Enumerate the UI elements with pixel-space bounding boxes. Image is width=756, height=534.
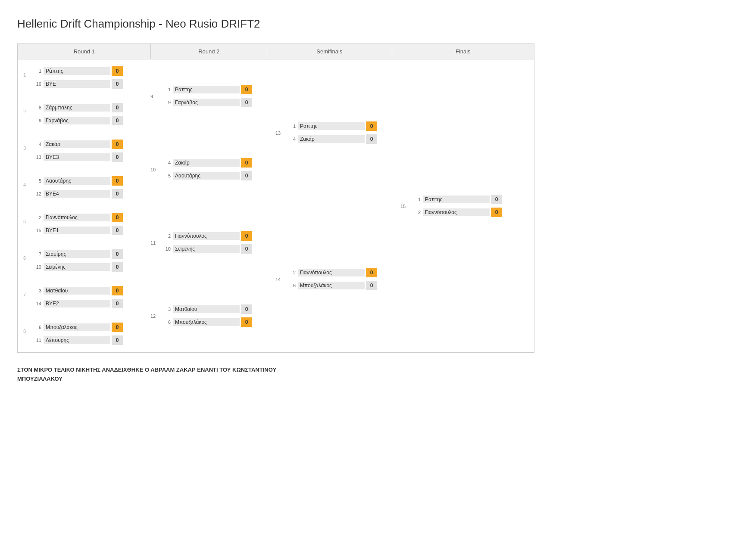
score-box: 0 <box>491 208 502 217</box>
team-row: 1 Ράπτης 0 <box>287 121 377 131</box>
team-name: Ράπτης <box>298 122 365 130</box>
row-label: 8 <box>23 329 26 334</box>
team-name: BYE4 <box>44 190 110 198</box>
score-box: 0 <box>241 158 252 168</box>
seed-label: 1 <box>162 87 171 92</box>
score-box: 0 <box>366 268 377 277</box>
team-row: 12 BYE4 0 <box>33 189 123 199</box>
row-label: 3 <box>23 146 26 151</box>
team-row: 10 Σεϊμένης 0 <box>162 244 252 254</box>
team-name: Μπουζαλάκος <box>44 323 110 331</box>
team-row: 11 Λέπουρης 0 <box>33 335 123 345</box>
round2-header: Round 2 <box>151 44 267 59</box>
team-row: 15 BYE1 0 <box>33 225 123 236</box>
match-label: 9 <box>150 94 153 99</box>
seed-label: 10 <box>162 246 171 251</box>
seed-label: 3 <box>162 307 171 312</box>
seed-label: 16 <box>33 81 41 87</box>
seed-label: 6 <box>162 320 171 325</box>
team-name: BYE2 <box>44 300 110 307</box>
seed-label: 2 <box>287 270 296 275</box>
score-box: 0 <box>241 304 252 314</box>
score-box: 0 <box>112 176 123 186</box>
row-label: 7 <box>23 292 26 297</box>
score-box: 0 <box>112 249 123 259</box>
team-name: Σταμίρης <box>44 250 110 258</box>
team-name: Λέπουρης <box>44 336 110 344</box>
seed-label: 15 <box>33 228 41 233</box>
match-label: 15 <box>400 204 406 209</box>
score-box: 0 <box>112 66 123 76</box>
score-box: 0 <box>112 286 123 295</box>
row-label: 2 <box>23 109 26 114</box>
seed-label: 4 <box>162 160 171 165</box>
seed-label: 13 <box>33 155 41 160</box>
team-row: 13 BYE3 0 <box>33 152 123 162</box>
score-box: 0 <box>241 244 252 254</box>
score-box: 0 <box>241 171 252 180</box>
row-label: 1 <box>23 72 26 78</box>
team-name: Ράπτης <box>423 196 490 203</box>
seed-label: 4 <box>287 137 296 142</box>
team-name: BYE3 <box>44 153 110 161</box>
match-label: 13 <box>275 130 281 136</box>
score-box: 0 <box>491 195 502 204</box>
team-row: 5 Λαουτάρης 0 <box>33 176 123 186</box>
team-name: Ζακάρ <box>173 159 240 167</box>
team-row: 7 Σταμίρης 0 <box>33 249 123 259</box>
team-name: Μπουζαλάκος <box>173 318 240 326</box>
seed-label: 5 <box>162 173 171 178</box>
team-name: BYE1 <box>44 227 110 234</box>
seed-label: 6 <box>33 325 41 330</box>
score-box: 0 <box>112 262 123 272</box>
team-row: 1 Ράπτης 0 <box>412 194 502 205</box>
score-box: 0 <box>112 323 123 332</box>
score-box: 0 <box>112 140 123 149</box>
score-box: 0 <box>112 189 123 199</box>
score-box: 0 <box>112 103 123 112</box>
team-name: Γιαννόπουλος <box>44 214 110 221</box>
row-label: 5 <box>23 219 26 224</box>
team-row: 3 Ματθαίου 0 <box>162 304 252 314</box>
team-row: 2 Γιαννόπουλος 0 <box>412 207 502 217</box>
row-label: 4 <box>23 182 26 187</box>
seed-label: 1 <box>33 68 41 74</box>
seed-label: 6 <box>287 283 296 288</box>
seed-label: 9 <box>33 118 41 123</box>
team-name: Ζακάρ <box>44 140 110 148</box>
score-box: 0 <box>112 79 123 89</box>
team-row: 9 Γαρνάβος 0 <box>33 115 123 126</box>
team-row: 10 Σεϊμένης 0 <box>33 262 123 272</box>
team-row: 9 Γαρνάβος 0 <box>162 97 252 108</box>
team-name: Ζάρμπαλης <box>44 104 110 112</box>
match-label: 11 <box>150 240 156 245</box>
team-row: 5 Λαουτάρης 0 <box>162 171 252 181</box>
team-row: 1 Ράπτης 0 <box>162 84 252 95</box>
seed-label: 8 <box>33 105 41 110</box>
seed-label: 1 <box>412 197 421 202</box>
match-label: 14 <box>275 277 281 282</box>
seed-label: 3 <box>33 288 41 293</box>
team-name: Μπουζαλάκος <box>298 282 365 289</box>
seed-label: 2 <box>33 215 41 220</box>
team-row: 16 BYE 0 <box>33 79 123 89</box>
score-box: 0 <box>241 85 252 94</box>
seed-label: 11 <box>33 338 41 343</box>
team-row: 4 Ζακάρ 0 <box>287 134 377 144</box>
match-label: 12 <box>150 314 156 319</box>
team-name: Γαρνάβος <box>44 117 110 124</box>
page-title: Hellenic Drift Championship - Neo Rusio … <box>17 17 739 31</box>
bracket-container: Round 1 Round 2 Semifinals Finals 1 Ράπτ… <box>17 43 534 353</box>
seed-label: 5 <box>33 178 41 183</box>
score-box: 0 <box>241 231 252 241</box>
team-row: 4 Ζακάρ 0 <box>33 139 123 149</box>
team-name: Ράπτης <box>173 86 240 93</box>
team-name: Ματθαίου <box>173 305 240 313</box>
score-box: 0 <box>112 335 123 345</box>
team-name: Σεϊμένης <box>173 245 240 253</box>
score-box: 0 <box>112 299 123 308</box>
team-row: 6 Μπουζαλάκος 0 <box>287 280 377 291</box>
score-box: 0 <box>112 226 123 235</box>
seed-label: 9 <box>162 100 171 105</box>
team-row: 1 Ράπτης 0 <box>33 66 123 76</box>
